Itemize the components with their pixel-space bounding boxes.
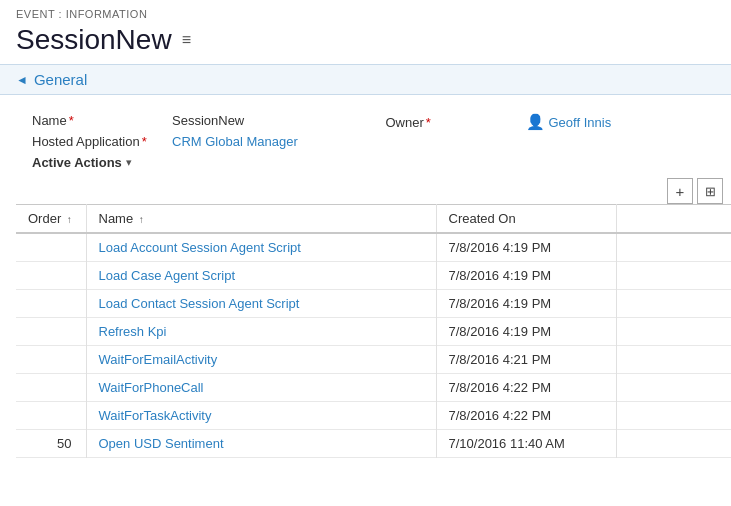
row-extra-7 bbox=[616, 430, 731, 458]
left-fields: Name* SessionNew Hosted Application* CRM… bbox=[32, 113, 366, 170]
active-actions-table: Order ↑ Name ↑ Created On Load Account S… bbox=[16, 204, 731, 458]
page-title: SessionNew bbox=[16, 24, 172, 56]
menu-icon[interactable]: ≡ bbox=[182, 31, 191, 49]
row-createdon-5: 7/8/2016 4:22 PM bbox=[436, 374, 616, 402]
active-actions-row: Active Actions ▾ bbox=[32, 155, 366, 170]
owner-required-star: * bbox=[426, 115, 431, 130]
general-section-header[interactable]: ◄ General bbox=[0, 64, 731, 95]
row-name-2[interactable]: Load Contact Session Agent Script bbox=[86, 290, 436, 318]
table-row: WaitForTaskActivity7/8/2016 4:22 PM bbox=[16, 402, 731, 430]
row-name-3[interactable]: Refresh Kpi bbox=[86, 318, 436, 346]
owner-field-row: Owner* 👤 Geoff Innis bbox=[386, 113, 700, 131]
row-name-7[interactable]: Open USD Sentiment bbox=[86, 430, 436, 458]
row-createdon-2: 7/8/2016 4:19 PM bbox=[436, 290, 616, 318]
form-area: Name* SessionNew Hosted Application* CRM… bbox=[0, 95, 731, 170]
row-name-6[interactable]: WaitForTaskActivity bbox=[86, 402, 436, 430]
section-title: General bbox=[34, 71, 87, 88]
owner-label: Owner* bbox=[386, 115, 526, 130]
row-extra-3 bbox=[616, 318, 731, 346]
row-extra-0 bbox=[616, 233, 731, 262]
col-header-createdon[interactable]: Created On bbox=[436, 205, 616, 234]
active-actions-dropdown[interactable]: ▾ bbox=[126, 156, 132, 169]
col-header-order[interactable]: Order ↑ bbox=[16, 205, 86, 234]
section-collapse-arrow: ◄ bbox=[16, 73, 28, 87]
hosted-app-required-star: * bbox=[142, 134, 147, 149]
row-order-1 bbox=[16, 262, 86, 290]
event-label: EVENT : INFORMATION bbox=[0, 0, 731, 22]
row-createdon-6: 7/8/2016 4:22 PM bbox=[436, 402, 616, 430]
name-required-star: * bbox=[69, 113, 74, 128]
col-header-extra bbox=[616, 205, 731, 234]
name-label: Name* bbox=[32, 113, 172, 128]
row-order-3 bbox=[16, 318, 86, 346]
active-actions-table-container: Order ↑ Name ↑ Created On Load Account S… bbox=[0, 204, 731, 458]
grid-view-button[interactable]: ⊞ bbox=[697, 178, 723, 204]
row-name-4[interactable]: WaitForEmailActivity bbox=[86, 346, 436, 374]
row-createdon-0: 7/8/2016 4:19 PM bbox=[436, 233, 616, 262]
hosted-app-field-row: Hosted Application* CRM Global Manager bbox=[32, 134, 366, 149]
owner-person-icon: 👤 bbox=[526, 113, 545, 131]
right-fields: Owner* 👤 Geoff Innis bbox=[366, 113, 700, 170]
hosted-app-value[interactable]: CRM Global Manager bbox=[172, 134, 298, 149]
table-row: Load Account Session Agent Script7/8/201… bbox=[16, 233, 731, 262]
table-row: Load Case Agent Script7/8/2016 4:19 PM bbox=[16, 262, 731, 290]
row-extra-6 bbox=[616, 402, 731, 430]
table-row: Load Contact Session Agent Script7/8/201… bbox=[16, 290, 731, 318]
name-sort-arrow: ↑ bbox=[139, 214, 144, 225]
row-extra-4 bbox=[616, 346, 731, 374]
owner-value[interactable]: Geoff Innis bbox=[549, 115, 612, 130]
table-row: Refresh Kpi7/8/2016 4:19 PM bbox=[16, 318, 731, 346]
row-order-5 bbox=[16, 374, 86, 402]
row-extra-5 bbox=[616, 374, 731, 402]
order-sort-arrow: ↑ bbox=[67, 214, 72, 225]
row-createdon-3: 7/8/2016 4:19 PM bbox=[436, 318, 616, 346]
row-order-4 bbox=[16, 346, 86, 374]
name-value: SessionNew bbox=[172, 113, 244, 128]
add-record-button[interactable]: + bbox=[667, 178, 693, 204]
row-extra-1 bbox=[616, 262, 731, 290]
row-order-0 bbox=[16, 233, 86, 262]
table-row: WaitForEmailActivity7/8/2016 4:21 PM bbox=[16, 346, 731, 374]
active-actions-label: Active Actions bbox=[32, 155, 122, 170]
hosted-app-label: Hosted Application* bbox=[32, 134, 172, 149]
name-field-row: Name* SessionNew bbox=[32, 113, 366, 128]
row-order-6 bbox=[16, 402, 86, 430]
row-createdon-4: 7/8/2016 4:21 PM bbox=[436, 346, 616, 374]
row-extra-2 bbox=[616, 290, 731, 318]
row-createdon-1: 7/8/2016 4:19 PM bbox=[436, 262, 616, 290]
col-header-name[interactable]: Name ↑ bbox=[86, 205, 436, 234]
row-order-2 bbox=[16, 290, 86, 318]
table-row: 50Open USD Sentiment7/10/2016 11:40 AM bbox=[16, 430, 731, 458]
table-toolbar: + ⊞ bbox=[667, 178, 723, 204]
row-order-7: 50 bbox=[16, 430, 86, 458]
row-name-1[interactable]: Load Case Agent Script bbox=[86, 262, 436, 290]
row-createdon-7: 7/10/2016 11:40 AM bbox=[436, 430, 616, 458]
row-name-5[interactable]: WaitForPhoneCall bbox=[86, 374, 436, 402]
table-row: WaitForPhoneCall7/8/2016 4:22 PM bbox=[16, 374, 731, 402]
row-name-0[interactable]: Load Account Session Agent Script bbox=[86, 233, 436, 262]
